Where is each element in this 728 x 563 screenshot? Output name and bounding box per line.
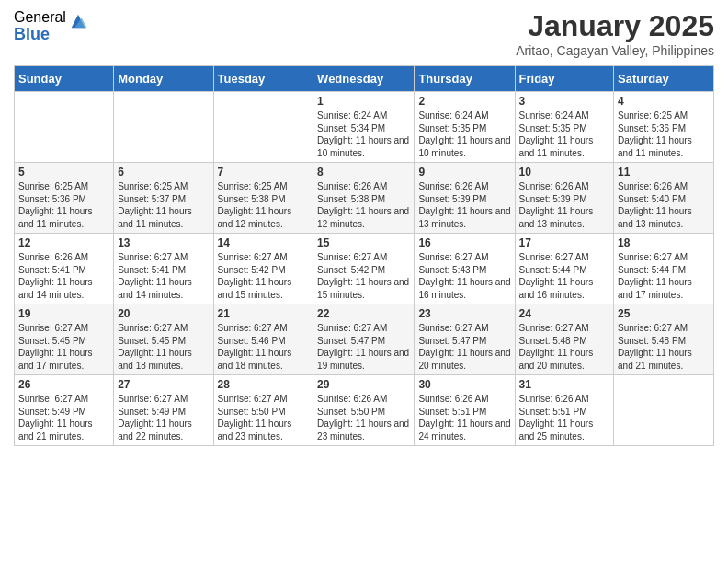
calendar-cell: 25Sunrise: 6:27 AMSunset: 5:48 PMDayligh… <box>614 304 714 375</box>
calendar-cell: 6Sunrise: 6:25 AMSunset: 5:37 PMDaylight… <box>114 163 213 234</box>
day-number: 22 <box>317 307 410 320</box>
calendar-week-row: 19Sunrise: 6:27 AMSunset: 5:45 PMDayligh… <box>15 304 714 375</box>
calendar-cell: 26Sunrise: 6:27 AMSunset: 5:49 PMDayligh… <box>15 375 114 446</box>
day-number: 9 <box>418 166 510 178</box>
calendar-cell: 7Sunrise: 6:25 AMSunset: 5:38 PMDaylight… <box>213 163 313 234</box>
day-info: Sunrise: 6:26 AMSunset: 5:39 PMDaylight:… <box>519 180 610 230</box>
day-number: 23 <box>418 307 510 320</box>
calendar-cell <box>213 92 313 163</box>
calendar-cell: 13Sunrise: 6:27 AMSunset: 5:41 PMDayligh… <box>114 234 213 304</box>
day-info: Sunrise: 6:25 AMSunset: 5:36 PMDaylight:… <box>18 180 109 230</box>
day-number: 19 <box>18 307 109 320</box>
day-info: Sunrise: 6:27 AMSunset: 5:49 PMDaylight:… <box>118 393 209 442</box>
day-number: 13 <box>118 236 209 249</box>
day-number: 4 <box>618 95 710 108</box>
day-number: 8 <box>317 166 410 178</box>
day-number: 11 <box>618 166 710 178</box>
day-info: Sunrise: 6:27 AMSunset: 5:43 PMDaylight:… <box>418 251 510 301</box>
logo-blue: Blue <box>14 26 66 44</box>
day-info: Sunrise: 6:24 AMSunset: 5:35 PMDaylight:… <box>418 109 510 159</box>
calendar-cell: 4Sunrise: 6:25 AMSunset: 5:36 PMDaylight… <box>614 92 714 163</box>
calendar-header-row: SundayMondayTuesdayWednesdayThursdayFrid… <box>15 66 714 92</box>
calendar-week-row: 5Sunrise: 6:25 AMSunset: 5:36 PMDaylight… <box>15 163 714 234</box>
day-info: Sunrise: 6:26 AMSunset: 5:50 PMDaylight:… <box>317 393 410 442</box>
day-info: Sunrise: 6:26 AMSunset: 5:51 PMDaylight:… <box>519 393 610 442</box>
logo-general: General <box>14 9 66 26</box>
calendar-cell <box>614 375 714 446</box>
month-title: January 2025 <box>516 9 714 43</box>
day-info: Sunrise: 6:26 AMSunset: 5:40 PMDaylight:… <box>618 180 710 230</box>
day-number: 7 <box>218 166 310 178</box>
calendar-cell: 1Sunrise: 6:24 AMSunset: 5:34 PMDaylight… <box>313 92 415 163</box>
calendar-cell: 11Sunrise: 6:26 AMSunset: 5:40 PMDayligh… <box>614 163 714 234</box>
calendar-cell: 18Sunrise: 6:27 AMSunset: 5:44 PMDayligh… <box>614 234 714 304</box>
calendar-cell: 10Sunrise: 6:26 AMSunset: 5:39 PMDayligh… <box>515 163 614 234</box>
calendar-cell: 27Sunrise: 6:27 AMSunset: 5:49 PMDayligh… <box>114 375 213 446</box>
day-number: 21 <box>218 307 310 320</box>
day-info: Sunrise: 6:27 AMSunset: 5:50 PMDaylight:… <box>218 393 310 442</box>
day-number: 17 <box>519 236 610 249</box>
weekday-header: Tuesday <box>213 66 313 92</box>
page-header: General Blue January 2025 Aritao, Cagaya… <box>14 9 714 58</box>
day-info: Sunrise: 6:27 AMSunset: 5:45 PMDaylight:… <box>18 322 109 372</box>
day-number: 20 <box>118 307 209 320</box>
calendar-cell <box>114 92 213 163</box>
calendar-cell: 21Sunrise: 6:27 AMSunset: 5:46 PMDayligh… <box>213 304 313 375</box>
day-number: 28 <box>218 378 310 391</box>
calendar-week-row: 1Sunrise: 6:24 AMSunset: 5:34 PMDaylight… <box>15 92 714 163</box>
calendar-cell: 16Sunrise: 6:27 AMSunset: 5:43 PMDayligh… <box>415 234 515 304</box>
calendar-cell: 20Sunrise: 6:27 AMSunset: 5:45 PMDayligh… <box>114 304 213 375</box>
day-number: 14 <box>218 236 310 249</box>
calendar-cell: 12Sunrise: 6:26 AMSunset: 5:41 PMDayligh… <box>15 234 114 304</box>
location: Aritao, Cagayan Valley, Philippines <box>516 43 714 58</box>
calendar-cell: 2Sunrise: 6:24 AMSunset: 5:35 PMDaylight… <box>415 92 515 163</box>
day-info: Sunrise: 6:24 AMSunset: 5:35 PMDaylight:… <box>519 109 610 159</box>
calendar-cell: 19Sunrise: 6:27 AMSunset: 5:45 PMDayligh… <box>15 304 114 375</box>
day-number: 18 <box>618 236 710 249</box>
day-number: 26 <box>18 378 109 391</box>
calendar-cell: 23Sunrise: 6:27 AMSunset: 5:47 PMDayligh… <box>415 304 515 375</box>
weekday-header: Friday <box>515 66 614 92</box>
calendar-cell: 29Sunrise: 6:26 AMSunset: 5:50 PMDayligh… <box>313 375 415 446</box>
day-info: Sunrise: 6:27 AMSunset: 5:41 PMDaylight:… <box>118 251 209 301</box>
calendar-cell: 22Sunrise: 6:27 AMSunset: 5:47 PMDayligh… <box>313 304 415 375</box>
calendar-week-row: 26Sunrise: 6:27 AMSunset: 5:49 PMDayligh… <box>15 375 714 446</box>
calendar-cell: 28Sunrise: 6:27 AMSunset: 5:50 PMDayligh… <box>213 375 313 446</box>
day-number: 12 <box>18 236 109 249</box>
calendar-cell: 14Sunrise: 6:27 AMSunset: 5:42 PMDayligh… <box>213 234 313 304</box>
day-number: 25 <box>618 307 710 320</box>
day-number: 2 <box>418 95 510 108</box>
day-info: Sunrise: 6:25 AMSunset: 5:37 PMDaylight:… <box>118 180 209 230</box>
day-number: 6 <box>118 166 209 178</box>
day-info: Sunrise: 6:25 AMSunset: 5:36 PMDaylight:… <box>618 109 710 159</box>
day-number: 10 <box>519 166 610 178</box>
day-info: Sunrise: 6:27 AMSunset: 5:44 PMDaylight:… <box>519 251 610 301</box>
day-number: 30 <box>418 378 510 391</box>
title-block: January 2025 Aritao, Cagayan Valley, Phi… <box>516 9 714 58</box>
day-info: Sunrise: 6:27 AMSunset: 5:48 PMDaylight:… <box>519 322 610 372</box>
day-number: 15 <box>317 236 410 249</box>
day-info: Sunrise: 6:27 AMSunset: 5:47 PMDaylight:… <box>317 322 410 372</box>
logo-icon <box>68 11 88 31</box>
calendar-cell: 3Sunrise: 6:24 AMSunset: 5:35 PMDaylight… <box>515 92 614 163</box>
calendar-cell <box>15 92 114 163</box>
day-info: Sunrise: 6:27 AMSunset: 5:49 PMDaylight:… <box>18 393 109 442</box>
day-info: Sunrise: 6:24 AMSunset: 5:34 PMDaylight:… <box>317 109 410 159</box>
day-info: Sunrise: 6:27 AMSunset: 5:42 PMDaylight:… <box>218 251 310 301</box>
day-info: Sunrise: 6:26 AMSunset: 5:39 PMDaylight:… <box>418 180 510 230</box>
day-number: 5 <box>18 166 109 178</box>
day-info: Sunrise: 6:27 AMSunset: 5:48 PMDaylight:… <box>618 322 710 372</box>
calendar-cell: 8Sunrise: 6:26 AMSunset: 5:38 PMDaylight… <box>313 163 415 234</box>
day-info: Sunrise: 6:26 AMSunset: 5:51 PMDaylight:… <box>418 393 510 442</box>
day-info: Sunrise: 6:26 AMSunset: 5:41 PMDaylight:… <box>18 251 109 301</box>
day-number: 16 <box>418 236 510 249</box>
day-info: Sunrise: 6:27 AMSunset: 5:47 PMDaylight:… <box>418 322 510 372</box>
calendar-cell: 9Sunrise: 6:26 AMSunset: 5:39 PMDaylight… <box>415 163 515 234</box>
calendar-cell: 30Sunrise: 6:26 AMSunset: 5:51 PMDayligh… <box>415 375 515 446</box>
weekday-header: Monday <box>114 66 213 92</box>
calendar-cell: 5Sunrise: 6:25 AMSunset: 5:36 PMDaylight… <box>15 163 114 234</box>
day-number: 29 <box>317 378 410 391</box>
day-info: Sunrise: 6:25 AMSunset: 5:38 PMDaylight:… <box>218 180 310 230</box>
day-number: 31 <box>519 378 610 391</box>
day-number: 27 <box>118 378 209 391</box>
